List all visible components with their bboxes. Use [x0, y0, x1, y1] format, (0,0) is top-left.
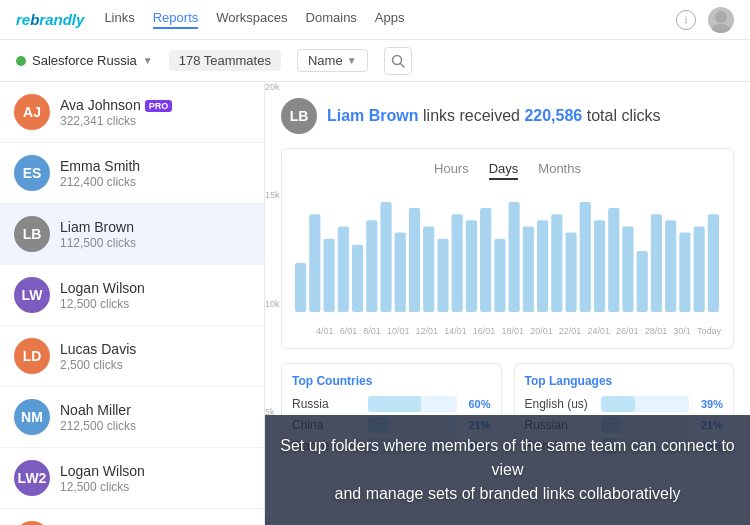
workspace-selector[interactable]: Salesforce Russia ▼ [16, 53, 153, 68]
user-info: Logan Wilson 12,500 clicks [60, 463, 250, 494]
top-languages-title: Top Languages [525, 374, 724, 388]
x-label: 12/01 [416, 326, 439, 336]
top-countries-title: Top Countries [292, 374, 491, 388]
workspace-dot [16, 56, 26, 66]
user-clicks: 12,500 clicks [60, 297, 250, 311]
chart-container: Hours Days Months 0 5k 10k 15k 20k [281, 148, 734, 349]
chart-bar [380, 202, 391, 312]
user-avatar: LD [14, 338, 50, 374]
chevron-down-icon: ▼ [143, 55, 153, 66]
chart-bar [665, 220, 676, 312]
tab-days[interactable]: Days [489, 161, 519, 180]
sidebar-user-6[interactable]: LW2 Logan Wilson 12,500 clicks [0, 448, 264, 509]
x-label: 18/01 [501, 326, 524, 336]
chart-bar [622, 226, 633, 312]
user-avatar-nav[interactable] [708, 7, 734, 33]
user-clicks: 112,500 clicks [60, 236, 250, 250]
profile-title-prefix: links received [423, 107, 524, 124]
user-info: Logan Wilson 12,500 clicks [60, 280, 250, 311]
teammates-count: 178 Teammates [169, 50, 281, 71]
user-clicks: 2,500 clicks [60, 358, 250, 372]
sidebar-user-5[interactable]: NM Noah Miller 212,500 clicks [0, 387, 264, 448]
card-pct: 39% [695, 398, 723, 410]
sidebar: AJ Ava JohnsonPRO 322,341 clicks ES Emma… [0, 82, 265, 525]
chart-bar [608, 208, 619, 312]
profile-title: Liam Brown links received 220,586 total … [327, 107, 660, 125]
chart-bar [523, 226, 534, 312]
chart-bar [565, 233, 576, 312]
sort-button[interactable]: Name ▼ [297, 49, 368, 72]
card-bar [601, 396, 636, 412]
chart-bar [295, 263, 306, 312]
user-info: Emma Smith 212,400 clicks [60, 158, 250, 189]
overlay: Set up folders where members of the same… [265, 415, 750, 525]
nav-links: Links Reports Workspaces Domains Apps [104, 10, 404, 29]
card-pct: 60% [463, 398, 491, 410]
x-label: Today [697, 326, 721, 336]
x-label: 8/01 [363, 326, 381, 336]
navbar: rebrandly Links Reports Workspaces Domai… [0, 0, 750, 40]
x-label: 30/1 [673, 326, 691, 336]
sidebar-user-4[interactable]: LD Lucas Davis 2,500 clicks [0, 326, 264, 387]
nav-link-reports[interactable]: Reports [153, 10, 199, 29]
overlay-text: Set up folders where members of the same… [265, 434, 750, 506]
subbar: Salesforce Russia ▼ 178 Teammates Name ▼ [0, 40, 750, 82]
workspace-name: Salesforce Russia [32, 53, 137, 68]
chart-bar [323, 239, 334, 312]
sort-label: Name [308, 53, 343, 68]
chart-bar [466, 220, 477, 312]
user-name: Logan Wilson [60, 280, 250, 296]
svg-line-3 [400, 63, 404, 67]
user-avatar: AJ [14, 94, 50, 130]
chart-bar [409, 208, 420, 312]
chart-tabs: Hours Days Months [294, 161, 721, 180]
user-name: Liam Brown [60, 219, 250, 235]
content-wrapper: LB Liam Brown links received 220,586 tot… [265, 82, 750, 525]
search-button[interactable] [384, 47, 412, 75]
chart-bar [708, 214, 719, 312]
chart-bar [580, 202, 591, 312]
chart-bar [679, 233, 690, 312]
nav-link-workspaces[interactable]: Workspaces [216, 10, 287, 29]
chart-bar [437, 239, 448, 312]
sidebar-user-2[interactable]: LB Liam Brown 112,500 clicks [0, 204, 264, 265]
user-clicks: 322,341 clicks [60, 114, 250, 128]
user-name: Ava JohnsonPRO [60, 97, 250, 113]
sidebar-user-0[interactable]: AJ Ava JohnsonPRO 322,341 clicks [0, 82, 264, 143]
user-avatar: LW [14, 277, 50, 313]
chart-bar [423, 226, 434, 312]
user-avatar: NM [14, 399, 50, 435]
chart-bar [551, 214, 562, 312]
x-label: 20/01 [530, 326, 553, 336]
nav-link-apps[interactable]: Apps [375, 10, 405, 29]
navbar-left: rebrandly Links Reports Workspaces Domai… [16, 10, 405, 29]
card-label: English (us) [525, 397, 595, 411]
user-clicks: 212,400 clicks [60, 175, 250, 189]
x-label: 14/01 [444, 326, 467, 336]
user-avatar: ES [14, 155, 50, 191]
user-info: Lucas Davis 2,500 clicks [60, 341, 250, 372]
user-avatar: LB [14, 216, 50, 252]
tab-months[interactable]: Months [538, 161, 581, 180]
user-name: Logan Wilson [60, 463, 250, 479]
tab-hours[interactable]: Hours [434, 161, 469, 180]
chart-bar [637, 251, 648, 312]
card-bar-bg [601, 396, 690, 412]
main-layout: AJ Ava JohnsonPRO 322,341 clicks ES Emma… [0, 82, 750, 525]
user-avatar: LD2 [14, 521, 50, 525]
chart-x-labels: 4/016/018/0110/0112/0114/0116/0118/0120/… [294, 322, 721, 336]
nav-link-links[interactable]: Links [104, 10, 134, 29]
sidebar-user-3[interactable]: LW Logan Wilson 12,500 clicks [0, 265, 264, 326]
user-name: Lucas Davis [60, 341, 250, 357]
navbar-right: i [676, 7, 734, 33]
profile-title-suffix: total clicks [587, 107, 661, 124]
nav-link-domains[interactable]: Domains [306, 10, 357, 29]
pro-badge: PRO [145, 100, 173, 112]
info-icon[interactable]: i [676, 10, 696, 30]
x-label: 22/01 [559, 326, 582, 336]
sidebar-user-7[interactable]: LD2 Lucas Davis 2,500 clicks [0, 509, 264, 525]
sidebar-user-1[interactable]: ES Emma Smith 212,400 clicks [0, 143, 264, 204]
user-name: Noah Miller [60, 402, 250, 418]
user-info: Noah Miller 212,500 clicks [60, 402, 250, 433]
chart-svg [294, 192, 721, 322]
